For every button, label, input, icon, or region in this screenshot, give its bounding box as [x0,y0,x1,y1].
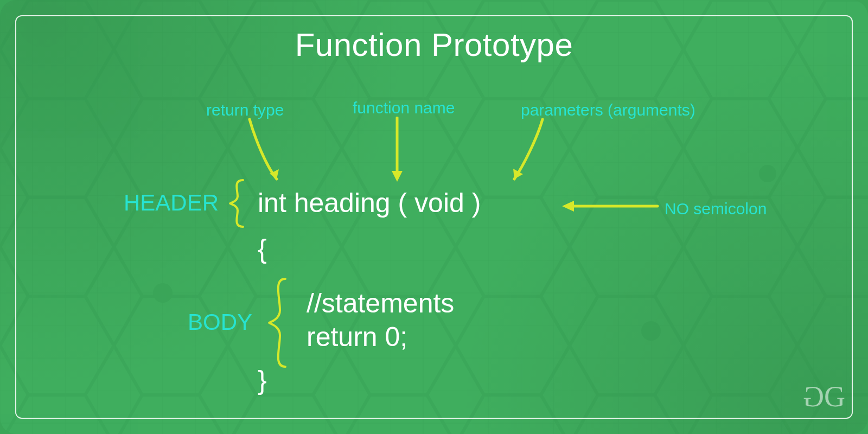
arrow-no-semicolon-icon [560,198,660,214]
annotation-no-semicolon: NO semicolon [665,200,767,218]
diagram-title: Function Prototype [0,26,868,63]
code-close-brace: } [258,365,267,396]
watermark-logo: GG [806,380,842,413]
annotation-function-name: function name [353,99,455,117]
diagram-card: Function Prototype return type function … [0,0,868,434]
body-brace-icon [266,277,293,369]
code-line-1: //statements [307,288,454,319]
svg-point-2 [153,283,173,303]
label-header: HEADER [124,190,219,216]
svg-point-4 [759,165,776,182]
svg-point-3 [641,321,661,341]
arrow-return-type-icon [244,117,288,187]
arrow-function-name-icon [391,117,404,184]
label-body: BODY [188,309,252,335]
code-line-2: return 0; [307,321,407,353]
arrow-parameters-icon [505,117,548,187]
code-signature: int heading ( void ) [258,187,481,219]
code-open-brace: { [258,233,267,265]
